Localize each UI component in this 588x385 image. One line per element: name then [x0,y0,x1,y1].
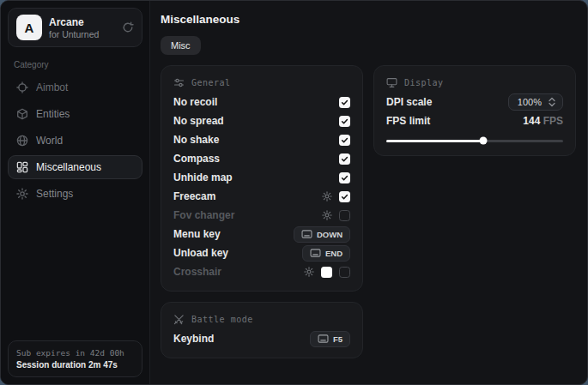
crosshair-color-swatch[interactable] [321,267,332,278]
keyboard-icon [301,230,312,238]
cube-icon [16,108,28,120]
setting-row: Freecam [173,187,350,206]
sidebar-item-label: Entities [36,108,70,120]
dpi-scale-value: 100% [518,97,542,107]
freecam-settings-gear-icon[interactable] [322,191,332,202]
no-shake-checkbox[interactable] [339,135,350,146]
setting-row: Menu key DOWN [173,225,350,244]
sidebar-item-settings[interactable]: Settings [8,182,142,206]
setting-label: Fov changer [173,209,234,221]
setting-label: Freecam [173,190,215,202]
page-title: Miscellaneous [161,13,575,26]
freecam-checkbox[interactable] [339,191,350,202]
battle-mode-panel: Battle mode Keybind F5 [161,302,363,358]
setting-row: Unhide map [173,168,350,187]
key-label: F5 [333,334,342,344]
no-recoil-checkbox[interactable] [339,97,350,108]
sidebar-item-world[interactable]: World [8,129,142,153]
setting-row: Compass [173,149,350,168]
sub-expiry-text: Sub expires in 42d 00h [16,348,134,358]
subscription-card: Sub expires in 42d 00h Session duration … [8,340,142,377]
category-label: Category [14,60,136,69]
crosshair-icon [16,81,28,93]
setting-row: DPI scale 100% [386,93,563,111]
sidebar: A Arcane for Unturned Category Aimbot [1,1,150,384]
setting-label: Menu key [173,228,221,240]
unhide-map-checkbox[interactable] [339,172,350,183]
sidebar-item-label: Miscellaneous [36,161,101,173]
app-name: Arcane [49,16,99,28]
sliders-icon [173,77,185,88]
compass-checkbox[interactable] [339,153,350,165]
setting-label: No shake [173,134,219,146]
setting-label: No spread [173,115,224,127]
key-label: END [325,249,342,258]
panel-title: Display [404,78,444,87]
display-panel: Display DPI scale 100% [373,65,576,156]
setting-label: DPI scale [386,96,432,108]
setting-row: No spread [173,111,350,130]
keyboard-icon [318,334,329,343]
general-panel: General No recoil No spread [161,65,363,292]
sidebar-item-label: World [36,135,63,147]
slider-fill [386,140,483,142]
key-label: DOWN [317,230,342,239]
monitor-icon [386,77,397,88]
tab-misc[interactable]: Misc [161,36,201,55]
fps-limit-value: 144 FPS [523,115,563,127]
gear-icon [16,188,28,200]
keyboard-icon [310,249,321,257]
unload-key-binding[interactable]: END [302,245,350,262]
check-icon [341,117,349,125]
app-subtitle: for Unturned [49,29,99,39]
chevrons-up-down-icon [548,97,556,107]
fov-changer-checkbox[interactable] [339,210,350,221]
no-spread-checkbox[interactable] [339,116,350,127]
globe-icon [16,135,28,147]
setting-row: FPS limit 144 FPS [386,111,563,130]
setting-row: No shake [173,130,350,149]
panel-title: Battle mode [191,315,253,324]
app-logo: A [16,15,42,40]
setting-label: FPS limit [386,115,430,127]
setting-label: Keybind [173,333,214,345]
fps-limit-slider[interactable] [386,135,563,146]
main-content: Miscellaneous Misc General [150,1,587,384]
grid-icon [16,161,28,173]
app-header-card: A Arcane for Unturned [8,8,142,47]
setting-row: Unload key END [173,244,350,262]
sidebar-item-label: Settings [36,188,73,200]
check-icon [341,155,349,163]
swords-icon [173,314,185,325]
sidebar-item-entities[interactable]: Entities [8,102,142,126]
check-icon [341,193,349,201]
dpi-scale-select[interactable]: 100% [508,93,563,111]
app-window: A Arcane for Unturned Category Aimbot [0,0,588,385]
crosshair-checkbox[interactable] [339,267,350,278]
setting-label: Compass [173,153,220,165]
menu-key-binding[interactable]: DOWN [294,226,350,243]
crosshair-settings-gear-icon[interactable] [304,267,314,277]
setting-label: No recoil [173,96,217,108]
battle-keybind-binding[interactable]: F5 [310,331,350,347]
panel-title: General [191,78,231,87]
setting-row: Crosshair [173,262,350,281]
setting-label: Unload key [173,247,228,259]
sidebar-item-miscellaneous[interactable]: Miscellaneous [8,155,142,179]
check-icon [341,99,349,106]
setting-row: Fov changer [173,206,350,225]
sidebar-item-label: Aimbot [36,81,68,93]
slider-thumb[interactable] [480,137,488,145]
fov-settings-gear-icon[interactable] [322,210,332,220]
check-icon [341,136,349,144]
setting-row: Keybind F5 [173,329,350,348]
setting-label: Unhide map [173,171,233,183]
check-icon [341,174,349,182]
sidebar-nav: Aimbot Entities World [8,75,142,206]
setting-label: Crosshair [173,266,221,278]
session-duration-text: Session duration 2m 47s [16,360,134,370]
sidebar-item-aimbot[interactable]: Aimbot [8,75,142,99]
sync-icon[interactable] [122,21,134,33]
setting-row: No recoil [173,93,350,111]
